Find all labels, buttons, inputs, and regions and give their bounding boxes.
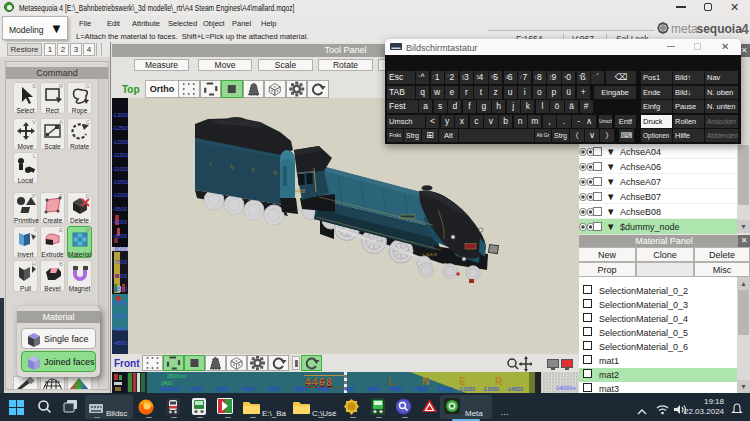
svg-text:meta: meta (671, 22, 698, 36)
svg-text:4468: 4468 (294, 188, 305, 194)
svg-text:L.N.E.R: L.N.E.R (423, 252, 437, 257)
svg-text:sequoia: sequoia (697, 22, 743, 36)
svg-text:4: 4 (741, 22, 749, 36)
